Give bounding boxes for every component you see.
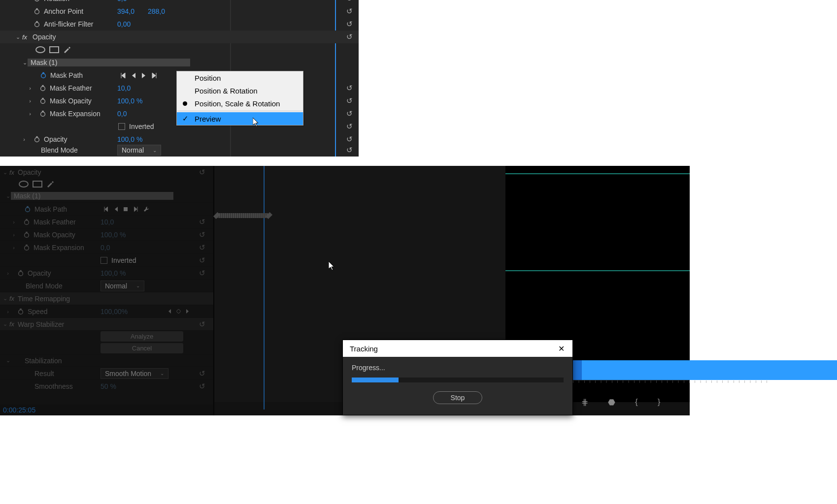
add-kf-icon[interactable] — [176, 309, 181, 314]
expand-chevron[interactable]: › — [11, 232, 17, 238]
smoothness-value[interactable]: 50 % — [100, 382, 116, 390]
expand-chevron[interactable]: › — [27, 111, 33, 117]
prev-kf-icon[interactable] — [167, 309, 172, 314]
reset-icon[interactable]: ↺ — [199, 256, 205, 265]
pen-mask-button[interactable] — [63, 45, 71, 55]
opacity-value[interactable]: 100,0 % — [100, 269, 126, 277]
fx-icon[interactable]: fx — [8, 320, 16, 328]
mask-header[interactable]: Mask (1) — [28, 59, 190, 66]
stopwatch-icon[interactable] — [33, 20, 41, 28]
stopwatch-icon[interactable] — [39, 110, 47, 118]
mask-opacity-value[interactable]: 100,0 % — [100, 231, 126, 239]
collapse-chevron[interactable]: ⌄ — [5, 357, 11, 364]
prev-kf-icon[interactable] — [103, 206, 109, 212]
expand-chevron[interactable]: › — [11, 219, 17, 225]
stop-icon[interactable] — [123, 207, 128, 212]
reset-icon[interactable]: ↺ — [346, 32, 353, 41]
menu-item-position-rotation[interactable]: Position & Rotation — [177, 84, 303, 97]
analyze-button[interactable]: Analyze — [100, 331, 183, 342]
close-icon[interactable]: ✕ — [555, 343, 568, 354]
result-select[interactable]: Smooth Motion ⌄ — [100, 368, 168, 379]
reset-icon[interactable]: ↺ — [346, 146, 353, 155]
reset-icon[interactable]: ↺ — [346, 109, 353, 118]
reset-icon[interactable]: ↺ — [346, 7, 353, 16]
reset-icon[interactable]: ↺ — [199, 369, 205, 378]
next-kf-icon[interactable] — [133, 206, 138, 212]
timecode-display[interactable]: 0:00:25:05 — [0, 405, 213, 415]
dialog-titlebar[interactable]: Tracking ✕ — [343, 340, 572, 357]
mask-feather-value[interactable]: 10,0 — [100, 218, 114, 226]
in-bracket-icon[interactable]: { — [635, 397, 638, 407]
antiflicker-value[interactable]: 0,00 — [117, 20, 131, 28]
prev-kf-icon[interactable] — [120, 72, 127, 79]
rect-mask-button[interactable] — [49, 46, 59, 53]
reset-icon[interactable]: ↺ — [199, 320, 205, 329]
opacity-value[interactable]: 100,0 % — [117, 135, 142, 143]
fx-icon[interactable]: fx — [21, 33, 29, 41]
reset-icon[interactable]: ↺ — [346, 122, 353, 131]
fx-icon[interactable]: fx — [8, 295, 16, 302]
collapse-chevron[interactable]: ⌄ — [2, 295, 8, 302]
reset-icon[interactable]: ↺ — [346, 0, 353, 3]
anchor-y-value[interactable]: 288,0 — [148, 7, 165, 15]
stopwatch-icon[interactable] — [17, 308, 25, 315]
marker-icon[interactable]: ⬣ — [608, 397, 615, 408]
stopwatch-icon[interactable] — [33, 7, 41, 15]
collapse-chevron[interactable]: ⌄ — [2, 321, 8, 327]
out-bracket-icon[interactable]: } — [658, 397, 661, 407]
stopwatch-icon[interactable] — [33, 135, 41, 143]
stopwatch-icon-active[interactable] — [39, 71, 47, 79]
reset-icon[interactable]: ↺ — [346, 84, 353, 93]
stopwatch-icon[interactable] — [17, 269, 25, 277]
expand-chevron[interactable]: › — [27, 85, 33, 91]
reset-icon[interactable]: ↺ — [199, 382, 205, 391]
ellipse-mask-button[interactable] — [19, 181, 29, 188]
rect-mask-button[interactable] — [33, 181, 42, 188]
next-kf-icon[interactable] — [185, 309, 190, 314]
stopwatch-icon[interactable] — [23, 231, 31, 239]
stopwatch-icon[interactable] — [33, 0, 41, 2]
reset-icon[interactable]: ↺ — [346, 20, 353, 29]
fx-icon[interactable]: fx — [8, 169, 16, 176]
snap-icon[interactable]: ⋕ — [581, 397, 588, 408]
wrench-icon[interactable] — [143, 206, 150, 213]
speed-value[interactable]: 100,00% — [100, 308, 128, 315]
reset-icon[interactable]: ↺ — [346, 96, 353, 105]
expand-chevron[interactable]: › — [5, 270, 11, 276]
expand-chevron[interactable]: › — [11, 245, 17, 251]
mask-feather-value[interactable]: 10,0 — [117, 84, 131, 92]
stopwatch-icon[interactable] — [23, 218, 31, 226]
play-back-icon[interactable] — [114, 206, 119, 212]
stopwatch-icon[interactable] — [39, 97, 47, 105]
playhead-line[interactable] — [264, 166, 265, 410]
mask-expansion-value[interactable]: 0,0 — [100, 244, 110, 252]
collapse-chevron[interactable]: ⌄ — [5, 193, 11, 199]
cancel-button[interactable]: Cancel — [100, 343, 183, 353]
stopwatch-icon[interactable] — [39, 84, 47, 92]
blend-mode-select[interactable]: Normal ⌄ — [100, 281, 144, 291]
reset-icon[interactable]: ↺ — [199, 230, 205, 239]
inverted-checkbox[interactable] — [100, 257, 107, 264]
ellipse-mask-button[interactable] — [35, 46, 45, 53]
reset-icon[interactable]: ↺ — [199, 269, 205, 278]
inverted-checkbox[interactable] — [118, 123, 125, 130]
timeline-clip-handle[interactable] — [573, 360, 582, 380]
menu-item-position-scale-rotation[interactable]: Position, Scale & Rotation — [177, 97, 303, 110]
collapse-chevron[interactable]: ⌄ — [2, 169, 8, 176]
reset-icon[interactable]: ↺ — [199, 218, 205, 226]
stopwatch-icon-active[interactable] — [24, 205, 32, 213]
expand-chevron[interactable]: › — [27, 98, 33, 104]
collapse-chevron[interactable]: ⌄ — [22, 60, 28, 66]
play-fwd-icon[interactable] — [141, 72, 146, 79]
mask-header[interactable]: Mask (1) — [11, 192, 173, 200]
expand-chevron[interactable]: › — [5, 309, 11, 315]
expand-chevron[interactable]: › — [21, 136, 27, 142]
play-back-icon[interactable] — [131, 72, 136, 79]
reset-icon[interactable]: ↺ — [346, 135, 353, 144]
stop-button[interactable]: Stop — [433, 391, 482, 404]
anchor-x-value[interactable]: 394,0 — [117, 7, 134, 15]
mask-opacity-value[interactable]: 100,0 % — [117, 97, 142, 105]
mask-expansion-value[interactable]: 0,0 — [117, 110, 127, 118]
next-kf-icon[interactable] — [151, 72, 157, 79]
rotation-value[interactable]: 0,0 — [117, 0, 127, 2]
